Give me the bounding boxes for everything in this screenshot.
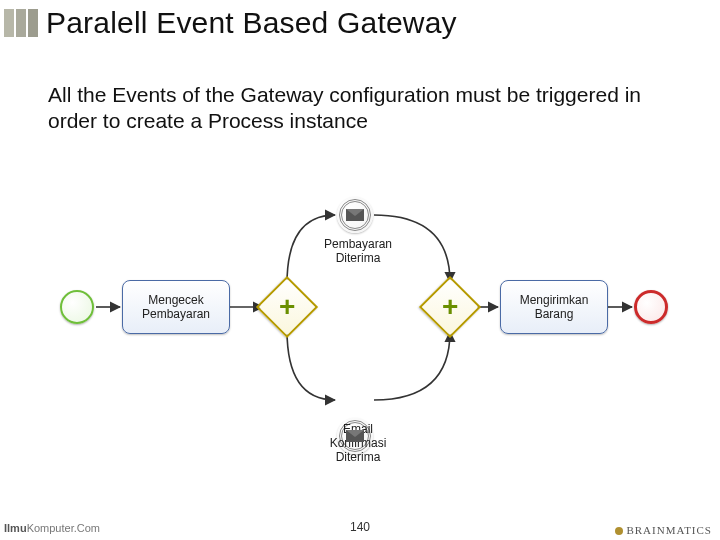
message-event-payment bbox=[337, 197, 373, 233]
parallel-gateway-split: + bbox=[256, 276, 318, 338]
envelope-icon bbox=[346, 209, 364, 221]
bpmn-diagram: Mengecek Pembayaran + Pembayaran Diterim… bbox=[0, 180, 720, 490]
label-payment-received: Pembayaran Diterima bbox=[318, 238, 398, 266]
title-decor-bars bbox=[4, 9, 38, 37]
slide-title: Paralell Event Based Gateway bbox=[46, 6, 457, 40]
task-check-payment: Mengecek Pembayaran bbox=[122, 280, 230, 334]
envelope-icon bbox=[346, 430, 364, 442]
end-event bbox=[634, 290, 668, 324]
title-bar: Paralell Event Based Gateway bbox=[0, 0, 720, 40]
slide-subtitle: All the Events of the Gateway configurat… bbox=[48, 82, 680, 135]
parallel-gateway-join: + bbox=[419, 276, 481, 338]
task-label: Mengirimkan Barang bbox=[505, 293, 603, 322]
task-label: Mengecek Pembayaran bbox=[127, 293, 225, 322]
footer-left-brand: IlmuKomputer.Com bbox=[4, 522, 100, 534]
page-number: 140 bbox=[350, 520, 370, 534]
start-event bbox=[60, 290, 94, 324]
footer-right-brand: BRAINMATICS bbox=[615, 524, 712, 536]
brand-dot-icon bbox=[615, 527, 623, 535]
task-ship-goods: Mengirimkan Barang bbox=[500, 280, 608, 334]
